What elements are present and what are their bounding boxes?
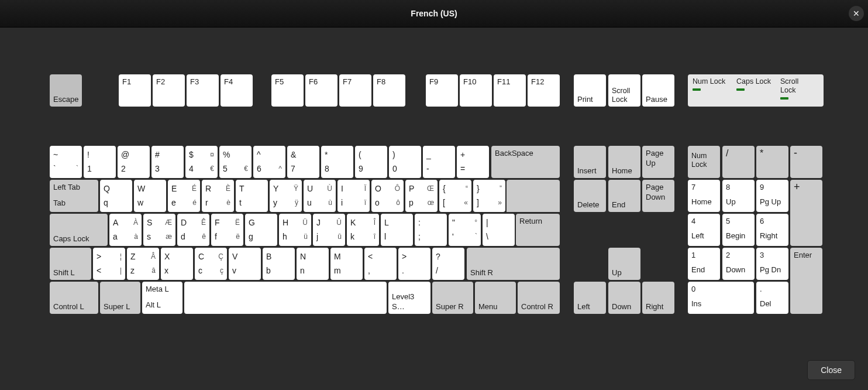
key-numpad-4[interactable]: 4Left [688, 214, 720, 246]
key-arow-4[interactable]: Gg [245, 214, 277, 246]
key-f4[interactable]: F4 [221, 74, 253, 107]
key-numrow-9[interactable]: (9 [355, 146, 387, 178]
key-shift-right[interactable]: Shift R [467, 248, 560, 280]
key-numpad-6[interactable]: 6Right [756, 214, 788, 246]
key-numpad-2[interactable]: 2Down [722, 248, 755, 280]
key-numrow-2[interactable]: @2 [118, 146, 150, 178]
key-f1[interactable]: F1 [119, 74, 151, 107]
key-arow-3[interactable]: FËfë [211, 214, 243, 246]
key-qrow-8[interactable]: OÔoô [371, 180, 404, 212]
key-numpad-7[interactable]: 7Home [688, 180, 720, 212]
key-numrow-1[interactable]: !1 [84, 146, 116, 178]
window-close-button[interactable]: ✕ [849, 6, 864, 21]
key-up[interactable]: Up [608, 248, 640, 280]
key-qrow-6[interactable]: UÙuù [304, 180, 336, 212]
key-qrow-3[interactable]: RÈrè [202, 180, 234, 212]
key-pause[interactable]: Pause [642, 74, 674, 107]
key-down[interactable]: Down [608, 282, 640, 314]
key-numrow-3[interactable]: #3 [151, 146, 184, 178]
key-f12[interactable]: F12 [528, 74, 560, 107]
key-arow-9[interactable]: :; [415, 214, 447, 246]
key-return-upper[interactable] [507, 180, 560, 212]
key-arow-11[interactable]: |\ [483, 214, 515, 246]
key-f8[interactable]: F8 [373, 74, 405, 107]
key-numpad-3[interactable]: 3Pg Dn [756, 248, 788, 280]
key-qrow-2[interactable]: EÉeé [168, 180, 200, 212]
key-delete[interactable]: Delete [574, 180, 606, 212]
key-right[interactable]: Right [642, 282, 674, 314]
key-zrow-1[interactable]: Xx [161, 248, 193, 280]
key-zrow-4[interactable]: Bb [263, 248, 295, 280]
key-numpad-enter[interactable]: Enter [790, 248, 822, 314]
key-numpad-subtract[interactable]: - [790, 146, 822, 178]
key-f2[interactable]: F2 [153, 74, 185, 107]
key-numrow-6[interactable]: ^6^ [253, 146, 285, 178]
key-numpad-decimal[interactable]: .Del [756, 282, 788, 314]
key-zrow-9[interactable]: ?/ [432, 248, 464, 280]
key-backspace[interactable]: BackSpace [491, 146, 560, 178]
key-numrow-7[interactable]: &7 [287, 146, 319, 178]
key-end[interactable]: End [608, 180, 640, 212]
key-left[interactable]: Left [574, 282, 606, 314]
key-numpad-0[interactable]: 0Ins [688, 282, 754, 314]
key-zrow-8[interactable]: >. [398, 248, 430, 280]
key-page-up[interactable]: PageUp [642, 146, 674, 178]
key-f9[interactable]: F9 [426, 74, 458, 107]
key-level3-shift[interactable]: Level3 S… [388, 282, 430, 314]
key-f7[interactable]: F7 [339, 74, 371, 107]
key-f5[interactable]: F5 [271, 74, 304, 107]
key-numpad-9[interactable]: 9Pg Up [756, 180, 788, 212]
key-arow-8[interactable]: Ll [381, 214, 413, 246]
key-numpad-8[interactable]: 8Up [722, 180, 755, 212]
key-meta-alt-left[interactable]: Meta LAlt L [142, 282, 182, 314]
key-qrow-9[interactable]: PŒpœ [405, 180, 438, 212]
key-control-right[interactable]: Control R [518, 282, 560, 314]
key-lessgreater[interactable]: >¦ <| [93, 248, 125, 280]
key-return[interactable]: Return [516, 214, 560, 246]
key-numrow-5[interactable]: %5€ [219, 146, 252, 178]
key-numrow-4[interactable]: $¤4€ [185, 146, 218, 178]
key-f11[interactable]: F11 [494, 74, 526, 107]
key-numrow-11[interactable]: _- [423, 146, 455, 178]
key-space[interactable] [184, 282, 387, 314]
key-numrow-8[interactable]: *8 [321, 146, 353, 178]
key-zrow-0[interactable]: ZÂzâ [127, 248, 159, 280]
key-scroll-lock[interactable]: Scroll Lock [608, 74, 640, 107]
key-f10[interactable]: F10 [460, 74, 492, 107]
key-super-left[interactable]: Super L [100, 282, 140, 314]
key-arow-0[interactable]: AÀaà [109, 214, 142, 246]
key-zrow-7[interactable]: <, [364, 248, 397, 280]
key-page-down[interactable]: PageDown [642, 180, 674, 212]
key-home[interactable]: Home [608, 146, 640, 178]
key-insert[interactable]: Insert [574, 146, 606, 178]
close-button[interactable]: Close [807, 360, 855, 380]
key-arow-5[interactable]: HÜhü [279, 214, 311, 246]
key-arow-10[interactable]: "°'` [449, 214, 481, 246]
key-arow-7[interactable]: KÎkî [347, 214, 379, 246]
key-qrow-11[interactable]: }”]» [473, 180, 505, 212]
key-control-left[interactable]: Control L [50, 282, 98, 314]
key-f6[interactable]: F6 [305, 74, 337, 107]
key-arow-2[interactable]: DÊdê [177, 214, 209, 246]
key-zrow-5[interactable]: Nn [297, 248, 329, 280]
key-numpad-multiply[interactable]: * [756, 146, 788, 178]
key-escape[interactable]: Escape [50, 74, 82, 107]
key-zrow-6[interactable]: Mm [330, 248, 363, 280]
key-num-lock[interactable]: Num Lock [688, 146, 720, 178]
key-shift-left[interactable]: Shift L [50, 248, 91, 280]
key-print[interactable]: Print [574, 74, 606, 107]
key-numpad-5[interactable]: 5Begin [722, 214, 755, 246]
key-numpad-divide[interactable]: / [722, 146, 755, 178]
key-numpad-add[interactable]: + [790, 180, 822, 246]
key-zrow-3[interactable]: Vv [229, 248, 261, 280]
key-numrow-0[interactable]: ~`` [50, 146, 82, 178]
key-qrow-7[interactable]: IÏiï [337, 180, 370, 212]
key-super-right[interactable]: Super R [432, 282, 473, 314]
key-qrow-0[interactable]: Qq [100, 180, 132, 212]
key-numpad-1[interactable]: 1End [688, 248, 720, 280]
key-qrow-5[interactable]: YŸyÿ [270, 180, 302, 212]
key-f3[interactable]: F3 [187, 74, 219, 107]
key-numrow-12[interactable]: += [457, 146, 489, 178]
key-arow-1[interactable]: SÆsæ [143, 214, 175, 246]
key-qrow-10[interactable]: {“[« [439, 180, 471, 212]
